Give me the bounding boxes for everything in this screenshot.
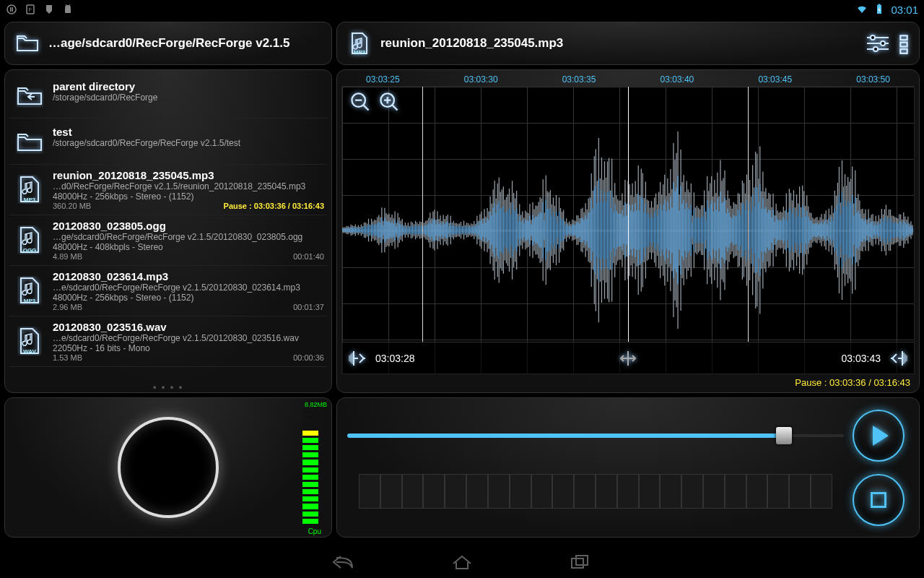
audio-thumbnail-strip[interactable] [347, 470, 844, 530]
svg-rect-2 [12, 7, 14, 12]
android-status-bar: F 03:01 [0, 0, 924, 19]
file-item[interactable]: MP3 20120830_023614.mp3 …e/sdcard0/RecFo… [9, 266, 327, 316]
svg-rect-17 [900, 35, 907, 40]
status-icon: F [25, 4, 36, 15]
parent-folder-icon [12, 80, 47, 111]
selection-start-icon[interactable] [348, 348, 368, 368]
svg-text:OGG: OGG [23, 247, 37, 254]
menu-dots-icon[interactable] [899, 34, 909, 53]
battery-icon [873, 4, 885, 15]
file-meta: 22050Hz - 16 bits - Mono [53, 343, 324, 353]
clock: 03:01 [891, 4, 918, 16]
file-path: …d0/RecForge/RecForge v2.1.5/reunion_201… [53, 181, 324, 191]
file-duration: 00:01:37 [293, 303, 324, 311]
waveform-area[interactable]: 03:03:28 03:03:43 [341, 86, 915, 374]
seek-bar[interactable] [347, 405, 844, 465]
svg-point-15 [881, 41, 885, 46]
selection-start-line[interactable] [422, 87, 423, 342]
svg-line-6 [66, 4, 66, 6]
file-size: 1.53 MB [53, 353, 82, 362]
svg-line-29 [393, 105, 398, 111]
svg-rect-32 [572, 558, 583, 568]
dir-path: /storage/sdcard0/RecForge/RecForge v2.1.… [53, 138, 324, 148]
seek-thumb[interactable] [776, 427, 792, 444]
audio-file-icon: MP3 [12, 169, 47, 210]
dir-name: test [53, 126, 324, 138]
playhead-line[interactable] [628, 87, 629, 342]
svg-line-7 [69, 4, 70, 6]
svg-text:MP3: MP3 [24, 197, 36, 203]
svg-rect-9 [879, 4, 881, 6]
svg-text:WAV: WAV [23, 348, 36, 355]
file-path: …ge/sdcard0/RecForge/RecForge v2.1.5/201… [53, 232, 324, 242]
record-button[interactable] [118, 417, 219, 518]
play-button[interactable] [853, 410, 905, 462]
file-meta: 48000Hz - 408kbpls - Stereo [53, 242, 324, 252]
ruler-tick: 03:03:30 [464, 74, 498, 85]
time-ruler: 03:03:2503:03:3003:03:3503:03:4003:03:45… [337, 70, 919, 86]
resize-handle[interactable]: ● ● ● ● [152, 384, 183, 391]
right-header: MP3 reunion_20120818_235045.mp3 [336, 22, 920, 65]
folder-item[interactable]: test /storage/sdcard0/RecForge/RecForge … [9, 118, 327, 164]
left-header[interactable]: …age/sdcard0/RecForge/RecForge v2.1.5 [4, 22, 332, 65]
meter-panel: 8.82MB Cpu [4, 397, 332, 538]
audio-file-icon: MP3 [12, 270, 47, 311]
transport-panel [336, 397, 920, 538]
file-size: 360.20 MB [53, 202, 91, 210]
stop-button[interactable] [853, 474, 905, 526]
audio-file-icon: WAV [12, 321, 47, 362]
parent-directory-item[interactable]: parent directory /storage/sdcard0/RecFor… [9, 73, 327, 118]
file-path: …e/sdcard0/RecForge/RecForge v2.1.5/2012… [53, 333, 324, 343]
file-meta: 48000Hz - 256kbps - Stereo - (1152) [53, 293, 324, 303]
wifi-icon [856, 4, 868, 15]
recents-button[interactable] [565, 552, 596, 572]
svg-rect-5 [65, 8, 71, 13]
file-duration: Pause : 03:03:36 / 03:16:43 [224, 202, 324, 210]
svg-rect-18 [900, 43, 907, 47]
svg-point-14 [871, 35, 875, 40]
selection-end-line[interactable] [748, 87, 749, 342]
playhead-marker-icon[interactable] [618, 348, 638, 368]
file-duration: 00:00:36 [293, 353, 324, 362]
waveform-panel: 03:03:2503:03:3003:03:3503:03:4003:03:45… [336, 69, 920, 393]
home-button[interactable] [446, 552, 478, 572]
audio-file-icon: OGG [12, 220, 47, 261]
folder-icon [12, 126, 47, 156]
svg-line-26 [364, 105, 369, 111]
svg-rect-1 [10, 7, 12, 12]
file-name: 20120830_023516.wav [53, 321, 324, 333]
zoom-in-icon[interactable] [378, 91, 397, 110]
svg-rect-33 [576, 556, 588, 565]
file-name: 20120830_023614.mp3 [53, 270, 324, 282]
zoom-out-icon[interactable] [349, 91, 368, 110]
ruler-tick: 03:03:45 [758, 74, 792, 85]
file-meta: 48000Hz - 256kbps - Stereo - (1152) [53, 191, 324, 202]
back-button[interactable] [328, 552, 359, 572]
file-size: 4.89 MB [53, 252, 82, 261]
svg-text:MP3: MP3 [24, 298, 36, 304]
ruler-tick: 03:03:50 [856, 74, 890, 85]
current-path: …age/sdcard0/RecForge/RecForge v2.1.5 [48, 36, 321, 51]
status-icon [6, 4, 17, 15]
selection-end-icon[interactable] [888, 348, 908, 368]
file-duration: 00:01:40 [293, 252, 324, 261]
file-path: …e/sdcard0/RecForge/RecForge v2.1.5/2012… [53, 282, 324, 293]
dir-name: parent directory [53, 80, 324, 92]
mp3-file-icon: MP3 [347, 31, 372, 56]
android-nav-bar [0, 549, 924, 575]
download-icon [43, 4, 55, 15]
sliders-icon[interactable] [866, 34, 890, 53]
svg-text:MP3: MP3 [354, 49, 366, 56]
file-item[interactable]: MP3 reunion_20120818_235045.mp3 …d0/RecF… [9, 165, 327, 215]
file-list-panel: parent directory /storage/sdcard0/RecFor… [4, 69, 332, 393]
memory-label: 8.82MB [305, 401, 327, 408]
selection-end-time: 03:03:43 [842, 353, 881, 364]
vu-meter [302, 408, 318, 524]
android-icon [62, 4, 74, 15]
playback-status: Pause : 03:03:36 / 03:16:43 [337, 374, 919, 392]
file-item[interactable]: WAV 20120830_023516.wav …e/sdcard0/RecFo… [9, 316, 327, 367]
ruler-tick: 03:03:40 [661, 74, 694, 85]
file-size: 2.96 MB [53, 303, 82, 311]
file-item[interactable]: OGG 20120830_023805.ogg …ge/sdcard0/RecF… [9, 215, 327, 266]
current-file: reunion_20120818_235045.mp3 [380, 36, 857, 51]
